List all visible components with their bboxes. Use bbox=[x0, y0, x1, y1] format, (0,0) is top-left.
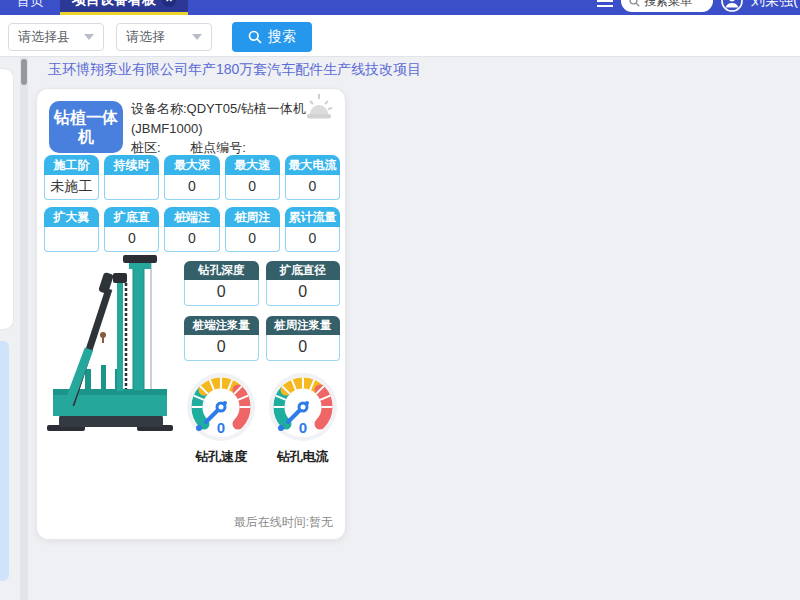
username[interactable]: 刘荣强( bbox=[751, 0, 798, 10]
vertical-scrollbar[interactable] bbox=[20, 57, 28, 600]
device-info: 设备名称:QDYT05/钻植一体机(JBMF1000) 桩区: 桩点编号: bbox=[131, 99, 311, 158]
stat-label: 最大深 bbox=[164, 155, 219, 175]
stats-row-1: 施工阶 未施工 持续时 最大深 0 最大速 0 最大电流 0 bbox=[44, 155, 340, 200]
stat-value: 0 bbox=[225, 227, 280, 252]
filter-bar: 请选择县 请选择 搜索 bbox=[0, 15, 800, 57]
county-select[interactable]: 请选择县 bbox=[8, 23, 104, 51]
metric-value: 0 bbox=[266, 335, 341, 361]
pile-zone-label: 桩区: bbox=[131, 140, 161, 155]
gauge-dial: 0 bbox=[186, 372, 256, 442]
generic-select[interactable]: 请选择 bbox=[116, 23, 212, 51]
metric-value: 0 bbox=[184, 335, 259, 361]
equipment-type-badge: 钻植一体机 bbox=[49, 101, 123, 153]
search-button[interactable]: 搜索 bbox=[232, 22, 312, 52]
county-select-value: 请选择县 bbox=[18, 28, 70, 46]
menu-search-input[interactable]: 搜索菜单 bbox=[621, 0, 713, 12]
stat-value bbox=[104, 175, 159, 200]
collapsed-sidebar-selected-item bbox=[0, 341, 9, 581]
search-button-label: 搜索 bbox=[268, 28, 296, 46]
stat-value: 未施工 bbox=[44, 175, 99, 200]
stat-max-speed: 最大速 0 bbox=[225, 155, 280, 200]
stat-max-current: 最大电流 0 bbox=[285, 155, 340, 200]
stat-label: 持续时 bbox=[104, 155, 159, 175]
stat-value: 0 bbox=[164, 175, 219, 200]
generic-select-value: 请选择 bbox=[126, 28, 165, 46]
stat-label: 桩端注 bbox=[164, 207, 219, 227]
stat-label: 扩底直 bbox=[104, 207, 159, 227]
metric-pile-side-grout-volume: 桩周注浆量 0 bbox=[266, 316, 341, 361]
stat-label: 桩周注 bbox=[225, 207, 280, 227]
gauge-value: 0 bbox=[217, 419, 225, 436]
stat-label: 最大电流 bbox=[285, 155, 340, 175]
stat-construction-stage: 施工阶 未施工 bbox=[44, 155, 99, 200]
gauges: 0 钻孔速度 bbox=[184, 372, 340, 466]
pile-point-label: 桩点编号: bbox=[190, 140, 246, 155]
content-area: 玉环博翔泵业有限公司年产180万套汽车配件生产线技改项目 钻植一体机 设备名称:… bbox=[0, 57, 800, 600]
tab-home[interactable]: 首页 bbox=[0, 0, 60, 15]
drilling-rig-image bbox=[45, 255, 177, 441]
metric-label: 扩底直径 bbox=[266, 261, 341, 280]
chevron-down-icon bbox=[84, 34, 94, 40]
equipment-card: 钻植一体机 设备名称:QDYT05/钻植一体机(JBMF1000) 桩区: 桩点… bbox=[36, 88, 346, 540]
hamburger-menu-icon[interactable] bbox=[597, 0, 613, 7]
stat-value: 0 bbox=[104, 227, 159, 252]
page: 首页 项目设备看板 ✕ 搜索菜单 刘荣强( bbox=[0, 0, 800, 600]
chevron-down-icon bbox=[192, 34, 202, 40]
scrollbar-thumb[interactable] bbox=[21, 59, 27, 85]
search-icon bbox=[629, 0, 640, 7]
metric-label: 桩周注浆量 bbox=[266, 316, 341, 335]
stat-value: 0 bbox=[225, 175, 280, 200]
tab-active-label: 项目设备看板 bbox=[72, 0, 156, 9]
mid-metrics: 钻孔深度 0 扩底直径 0 桩端注浆量 0 桩周注浆量 0 bbox=[184, 261, 340, 371]
metric-label: 桩端注浆量 bbox=[184, 316, 259, 335]
tab-home-label: 首页 bbox=[16, 0, 44, 10]
metric-bottom-diameter: 扩底直径 0 bbox=[266, 261, 341, 306]
stat-expand-wing: 扩大翼 bbox=[44, 207, 99, 252]
metric-value: 0 bbox=[266, 280, 341, 306]
avatar[interactable] bbox=[721, 0, 743, 12]
metric-value: 0 bbox=[184, 280, 259, 306]
stat-label: 施工阶 bbox=[44, 155, 99, 175]
gauge-drill-speed: 0 钻孔速度 bbox=[184, 372, 259, 466]
top-nav-bar: 首页 项目设备看板 ✕ 搜索菜单 刘荣强( bbox=[0, 0, 800, 15]
stat-total-flow: 累计流量 0 bbox=[285, 207, 340, 252]
alarm-siren-icon bbox=[303, 93, 335, 124]
project-title-link[interactable]: 玉环博翔泵业有限公司年产180万套汽车配件生产线技改项目 bbox=[48, 61, 421, 79]
gauge-label: 钻孔电流 bbox=[266, 448, 341, 466]
device-name: 设备名称:QDYT05/钻植一体机(JBMF1000) bbox=[131, 99, 311, 138]
gauge-dial: 0 bbox=[268, 372, 338, 442]
last-online-time: 最后在线时间:暂无 bbox=[234, 514, 333, 531]
stat-max-depth: 最大深 0 bbox=[164, 155, 219, 200]
metric-pile-end-grout-volume: 桩端注浆量 0 bbox=[184, 316, 259, 361]
stat-pile-side-grout: 桩周注 0 bbox=[225, 207, 280, 252]
gauge-value: 0 bbox=[299, 419, 307, 436]
stat-label: 扩大翼 bbox=[44, 207, 99, 227]
gauge-label: 钻孔速度 bbox=[184, 448, 259, 466]
gauge-drill-current: 0 钻孔电流 bbox=[266, 372, 341, 466]
stat-bottom-diameter: 扩底直 0 bbox=[104, 207, 159, 252]
metric-label: 钻孔深度 bbox=[184, 261, 259, 280]
search-icon bbox=[248, 30, 262, 44]
stat-value bbox=[44, 227, 99, 252]
tab-project-equipment-board[interactable]: 项目设备看板 ✕ bbox=[60, 0, 188, 15]
stat-label: 最大速 bbox=[225, 155, 280, 175]
stat-pile-end-grout: 桩端注 0 bbox=[164, 207, 219, 252]
stat-duration: 持续时 bbox=[104, 155, 159, 200]
stat-value: 0 bbox=[285, 175, 340, 200]
stat-value: 0 bbox=[164, 227, 219, 252]
stat-value: 0 bbox=[285, 227, 340, 252]
close-icon[interactable]: ✕ bbox=[162, 0, 176, 7]
menu-search-placeholder: 搜索菜单 bbox=[644, 0, 692, 10]
stats-row-2: 扩大翼 扩底直 0 桩端注 0 桩周注 0 累计流量 0 bbox=[44, 207, 340, 252]
collapsed-sidebar-panel bbox=[0, 68, 14, 330]
stat-label: 累计流量 bbox=[285, 207, 340, 227]
metric-drill-depth: 钻孔深度 0 bbox=[184, 261, 259, 306]
